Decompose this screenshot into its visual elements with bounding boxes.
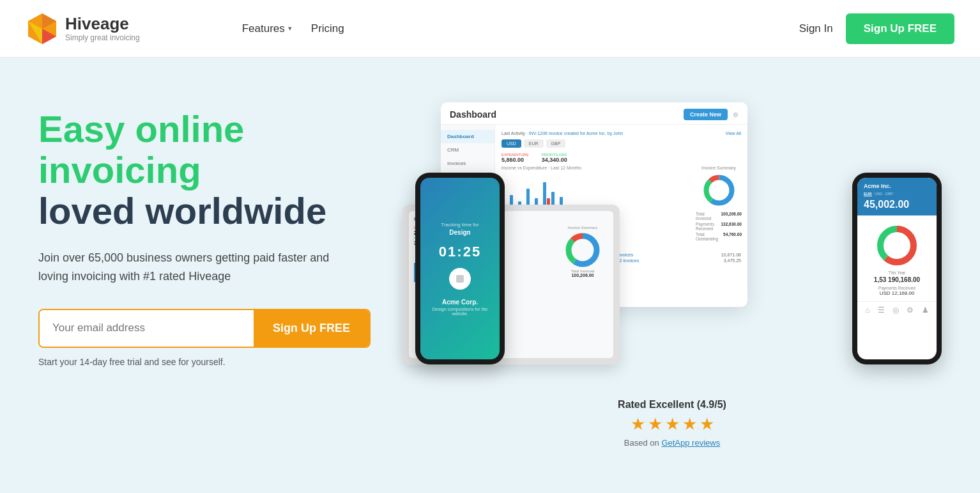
signup-button-nav[interactable]: Sign Up FREE [846, 13, 954, 44]
pr-payments-label: Payments Received [862, 286, 931, 290]
pr-tabs: EUR USD GBP [864, 192, 930, 196]
pr-home-icon[interactable]: ⌂ [865, 306, 869, 315]
stop-icon [456, 275, 464, 283]
based-label: Based on [624, 438, 662, 448]
pr-chart-icon[interactable]: ◎ [892, 306, 899, 315]
stars-row: ★ ★ ★ ★ ★ [576, 414, 768, 434]
pr-year-val: 1,53 190,168.00 [862, 276, 931, 283]
hero-title-line2: loved worldwide [38, 191, 383, 231]
star-5: ★ [700, 414, 714, 434]
pr-header: Acme Inc. EUR USD GBP 45,002.00 [857, 178, 937, 215]
pr-donut-wrap [862, 223, 931, 268]
phone-right-screen: Acme Inc. EUR USD GBP 45,002.00 [857, 178, 937, 359]
pr-tab-usd[interactable]: USD [875, 192, 883, 196]
hero-left: Easy online invoicing loved worldwide Jo… [38, 90, 383, 367]
trial-text: Start your 14-day free trial and see for… [38, 357, 383, 367]
tab-usd[interactable]: USD [501, 139, 521, 148]
dash-settings-icon: ⚙ [733, 111, 739, 118]
dash-create-btn: Create New [684, 109, 728, 120]
features-label: Features [242, 22, 285, 35]
rated-text: Rated Excellent (4.9/5) [576, 399, 768, 411]
star-3: ★ [665, 414, 680, 434]
features-nav-link[interactable]: Features ▾ [242, 22, 292, 35]
sidebar-item-dashboard[interactable]: Dashboard [441, 130, 494, 143]
star-4: ★ [682, 414, 697, 434]
dash-activity: Last Activity · INV-1206 invoice created… [501, 131, 741, 136]
dash-title: Dashboard [450, 109, 496, 120]
profit-num: PROFIT/LOSS 34,340.00 [542, 153, 567, 163]
email-input[interactable] [40, 310, 254, 347]
tab-eur[interactable]: EUR [524, 139, 544, 148]
logo-icon [26, 12, 59, 45]
navbar: Hiveage Simply great invoicing Features … [0, 0, 980, 58]
pr-settings-icon[interactable]: ⚙ [907, 306, 914, 315]
invoice-summary-donut: Invoice Summary Total Invoiced100,206.00… [696, 166, 741, 242]
pricing-nav-link[interactable]: Pricing [311, 22, 344, 35]
ratings-section: Rated Excellent (4.9/5) ★ ★ ★ ★ ★ Based … [576, 399, 768, 448]
sidebar-item-invoices[interactable]: Invoices [441, 157, 494, 170]
based-on-text: Based on GetApp reviews [576, 438, 768, 448]
pr-list-icon[interactable]: ☰ [878, 306, 885, 315]
hero-right: Dashboard Create New ⚙ Dashboard CRM Inv… [402, 90, 942, 460]
logo-link[interactable]: Hiveage Simply great invoicing [26, 12, 140, 45]
pricing-label: Pricing [311, 22, 344, 35]
email-form: Sign Up FREE [38, 309, 371, 348]
hero-title-line1: Easy online invoicing [38, 109, 383, 191]
brand-name: Hiveage [65, 15, 140, 32]
star-1: ★ [631, 414, 645, 434]
nav-right: Sign In Sign Up FREE [799, 13, 954, 44]
tracking-label: Tracking time for [441, 222, 479, 228]
pr-nav: ⌂ ☰ ◎ ⚙ ♟ [857, 301, 937, 318]
star-2: ★ [648, 414, 662, 434]
pr-this-year-label: This Year [862, 270, 931, 275]
pr-body: This Year 1,53 190,168.00 Payments Recei… [857, 215, 937, 301]
brand-tagline: Simply great invoicing [65, 33, 140, 42]
sidebar-item-crm[interactable]: CRM [441, 143, 494, 157]
getapp-link[interactable]: GetApp reviews [661, 438, 720, 448]
expenditure-num: EXPENDITURE 5,860.00 [501, 153, 529, 163]
tab-gbp[interactable]: GBP [546, 139, 566, 148]
hero-subtitle: Join over 65,000 business owners getting… [38, 249, 358, 286]
pr-tab-gbp[interactable]: GBP [885, 192, 893, 196]
pr-tab-eur[interactable]: EUR [864, 192, 872, 196]
client-name: Acme Corp. [442, 299, 478, 306]
signin-link[interactable]: Sign In [799, 22, 833, 35]
pr-person-icon[interactable]: ♟ [922, 306, 929, 315]
pr-company: Acme Inc. [864, 183, 930, 189]
chevron-down-icon: ▾ [288, 24, 292, 33]
nav-links: Features ▾ Pricing [242, 22, 344, 35]
phone-timer: 01:25 [439, 244, 481, 260]
tracking-name: Design [449, 229, 470, 236]
dash-numbers: EXPENDITURE 5,860.00 PROFIT/LOSS 34,340.… [501, 153, 741, 163]
phone-left-mockup: Tracking time for Design 01:25 Acme Corp… [415, 173, 505, 364]
phone-left-screen: Tracking time for Design 01:25 Acme Corp… [420, 178, 500, 359]
phone-right-mockup: Acme Inc. EUR USD GBP 45,002.00 [852, 173, 942, 364]
pr-pay-val: USD 12,168.00 [862, 290, 931, 296]
hero-section: Easy online invoicing loved worldwide Jo… [0, 58, 980, 492]
client-desc: Design compositions for the website. [427, 307, 493, 316]
pr-amount: 45,002.00 [864, 199, 930, 210]
dash-header: Dashboard Create New ⚙ [441, 102, 747, 125]
stop-button[interactable] [449, 268, 471, 290]
invoice-stats: Total Invoiced100,206.00 Payments Receiv… [696, 212, 742, 242]
dash-tabs: USD EUR GBP [501, 139, 741, 148]
logo-text: Hiveage Simply great invoicing [65, 15, 140, 42]
signup-cta-button[interactable]: Sign Up FREE [254, 310, 369, 347]
